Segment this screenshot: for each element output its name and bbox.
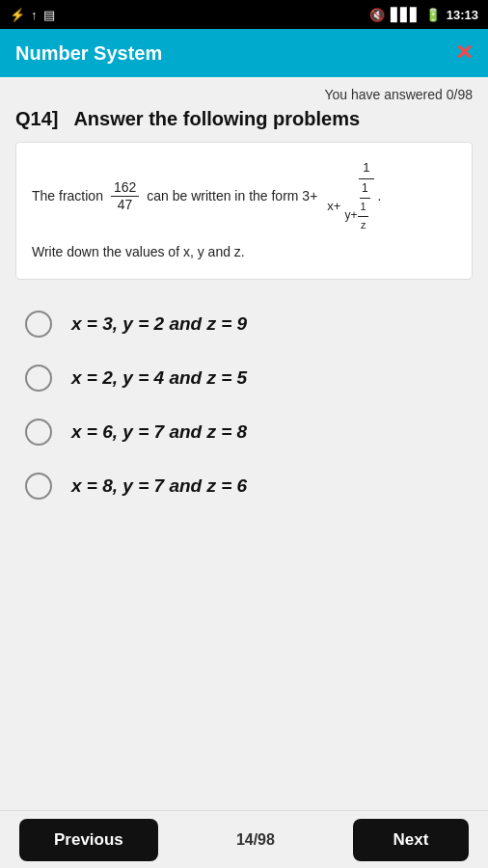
options-container: x = 3, y = 2 and z = 9 x = 2, y = 4 and … [15, 299, 473, 800]
cf-top: 1 [359, 158, 373, 179]
cf-deep-bottom: z [359, 217, 368, 234]
status-icons-left: ⚡ ↑ ▤ [10, 8, 55, 22]
radio-inner-1 [34, 319, 43, 329]
radio-inner-3 [34, 427, 43, 437]
cf-y-label: y+ [344, 206, 357, 225]
radio-inner-4 [34, 481, 43, 491]
radio-2[interactable] [25, 365, 52, 392]
cf-x-label: x+ [327, 197, 340, 217]
question-note: Write down the values of x, y and z. [32, 241, 456, 262]
answered-status: You have answered 0/98 [15, 87, 473, 102]
page-indicator: 14/98 [236, 831, 275, 849]
cf-inner: 1 y+ 1 z [342, 179, 369, 233]
mute-icon: 🔇 [369, 8, 385, 22]
cf-inner-bottom: y+ 1 z [342, 199, 369, 233]
fraction-label: The fraction [32, 185, 103, 206]
fraction-denominator: 47 [115, 197, 136, 213]
next-button[interactable]: Next [353, 819, 469, 861]
can-be-written: can be written in the form 3+ [147, 185, 317, 206]
radio-4[interactable] [25, 473, 52, 500]
signal-icon: ▋▋▋ [391, 8, 420, 22]
option-3-text: x = 6, y = 7 and z = 8 [71, 421, 247, 443]
question-number: Q14] [15, 108, 58, 129]
question-title: Answer the following problems [73, 108, 360, 129]
bottom-navigation: Previous 14/98 Next [0, 810, 488, 868]
close-button[interactable]: ✕ [455, 41, 473, 66]
continued-fraction: 1 x+ 1 y+ 1 z [323, 158, 373, 233]
main-fraction: 162 47 [111, 179, 139, 213]
battery-icon: 🔋 [425, 8, 441, 22]
previous-button[interactable]: Previous [19, 819, 158, 861]
fraction-expression: The fraction 162 47 can be written in th… [32, 158, 456, 233]
app-bar: Number System ✕ [0, 29, 488, 77]
file-icon: ▤ [43, 8, 55, 22]
option-2[interactable]: x = 2, y = 4 and z = 5 [15, 353, 473, 403]
question-header: Q14] Answer the following problems [15, 108, 473, 130]
cf-deepest: 1 z [358, 199, 367, 233]
cf-bottom: x+ 1 y+ 1 z [323, 179, 373, 233]
question-content: The fraction 162 47 can be written in th… [32, 158, 456, 263]
radio-3[interactable] [25, 419, 52, 446]
option-4-text: x = 8, y = 7 and z = 6 [71, 475, 247, 497]
radio-1[interactable] [25, 311, 52, 338]
cf-deep-top: 1 [358, 199, 367, 217]
option-1-text: x = 3, y = 2 and z = 9 [71, 313, 247, 335]
radio-inner-2 [34, 373, 43, 383]
app-title: Number System [15, 42, 162, 65]
upload-icon: ↑ [31, 8, 38, 22]
option-4[interactable]: x = 8, y = 7 and z = 6 [15, 461, 473, 511]
main-content: You have answered 0/98 Q14] Answer the f… [0, 77, 488, 810]
option-2-text: x = 2, y = 4 and z = 5 [71, 367, 247, 389]
clock: 13:13 [447, 8, 478, 22]
fraction-numerator: 162 [111, 179, 139, 197]
option-1[interactable]: x = 3, y = 2 and z = 9 [15, 299, 473, 349]
question-card: The fraction 162 47 can be written in th… [15, 142, 473, 280]
status-bar: ⚡ ↑ ▤ 🔇 ▋▋▋ 🔋 13:13 [0, 0, 488, 29]
cf-inner-top: 1 [360, 179, 370, 199]
cf-x-row: x+ 1 y+ 1 z [327, 179, 369, 233]
option-3[interactable]: x = 6, y = 7 and z = 8 [15, 407, 473, 457]
usb-icon: ⚡ [10, 8, 25, 22]
period-symbol: . [378, 185, 382, 206]
status-icons-right: 🔇 ▋▋▋ 🔋 13:13 [369, 8, 478, 22]
